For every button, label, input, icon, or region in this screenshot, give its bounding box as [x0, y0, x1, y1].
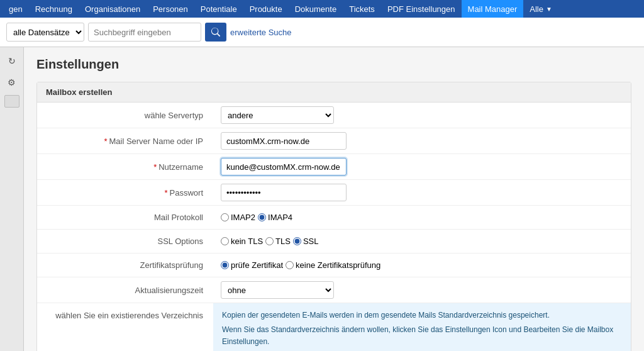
refresh-icon[interactable]: ↻ [3, 52, 21, 70]
form-row-nutzername: *Nutzername [37, 154, 631, 180]
radio-no-check-label[interactable]: keine Zertifikatsprüfung [286, 260, 380, 270]
nav-item-produkte[interactable]: Produkte [243, 0, 289, 18]
radio-imap2-label[interactable]: IMAP2 [221, 213, 255, 222]
nav-item-mail-manager[interactable]: Mail Manager [462, 0, 524, 18]
label-servertyp: wähle Servertyp [37, 106, 213, 125]
radio-no-tls-text: kein TLS [231, 237, 263, 246]
mailserver-input[interactable] [221, 132, 347, 150]
chevron-down-icon: ▼ [546, 6, 552, 13]
settings-icon[interactable]: ⚙ [3, 74, 21, 91]
info-line-1: Kopien der gesendeten E-Mails werden in … [222, 309, 622, 321]
radio-no-check[interactable] [286, 261, 294, 269]
form-row-ssl: SSL Options kein TLS TLS [37, 230, 631, 254]
radio-tls-text: TLS [275, 237, 291, 246]
main-layout: ↻ ⚙ Einstellungen Mailbox erstellen wähl… [0, 47, 644, 351]
info-line-2: Wenn Sie das Standardverzeichnis ändern … [222, 324, 622, 348]
radio-check-cert[interactable] [221, 261, 229, 269]
label-ssl: SSL Options [37, 231, 213, 251]
field-aktualisierung: ohne 5 Minuten 10 Minuten 30 Minuten [213, 277, 631, 303]
label-zertifikat: Zertifikatsprüfung [37, 255, 213, 275]
required-star: * [153, 162, 157, 172]
nav-item-rechnung[interactable]: Rechnung [29, 0, 79, 18]
search-input[interactable] [88, 23, 201, 42]
radio-ssl-label[interactable]: SSL [293, 237, 319, 246]
field-nutzername [213, 154, 631, 179]
radio-tls[interactable] [265, 237, 274, 245]
nav-item-potentiale[interactable]: Potentiale [194, 0, 243, 18]
radio-imap2-text: IMAP2 [231, 213, 255, 222]
field-protokoll: IMAP2 IMAP4 [213, 209, 631, 226]
radio-imap4-text: IMAP4 [268, 213, 292, 222]
field-verzeichnis: Kopien der gesendeten E-Mails werden in … [213, 303, 631, 351]
passwort-input[interactable] [221, 184, 347, 201]
required-star: * [164, 188, 167, 198]
label-nutzername: *Nutzername [37, 157, 213, 177]
form-row-zertifikat: Zertifikatsprüfung prüfe Zertifikat kein… [37, 254, 631, 277]
protokoll-radio-group: IMAP2 IMAP4 [221, 213, 292, 222]
label-verzeichnis: wählen Sie ein existierendes Verzeichnis [37, 303, 213, 325]
aktualisierung-select[interactable]: ohne 5 Minuten 10 Minuten 30 Minuten [221, 281, 334, 299]
nav-item-alle[interactable]: Alle ▼ [523, 0, 558, 18]
ssl-radio-group: kein TLS TLS SSL [221, 237, 319, 246]
search-button[interactable] [205, 23, 226, 42]
page-title: Einstellungen [36, 57, 631, 72]
radio-no-tls[interactable] [221, 237, 229, 245]
field-zertifikat: prüfe Zertifikat keine Zertifikatsprüfun… [213, 257, 631, 274]
nav-item-gen[interactable]: gen [3, 0, 29, 18]
label-protokoll: Mail Protokoll [37, 208, 213, 227]
nav-item-personen[interactable]: Personen [147, 0, 194, 18]
advanced-search-link[interactable]: erweiterte Suche [230, 28, 292, 37]
nav-item-dokumente[interactable]: Dokumente [289, 0, 343, 18]
radio-imap4[interactable] [258, 213, 266, 221]
mailbox-panel: Mailbox erstellen wähle Servertyp andere… [36, 82, 631, 351]
field-mailserver [213, 128, 631, 153]
radio-imap2[interactable] [221, 213, 229, 221]
radio-tls-label[interactable]: TLS [265, 237, 291, 246]
form-row-protokoll: Mail Protokoll IMAP2 IMAP4 [37, 206, 631, 230]
search-icon [211, 28, 220, 36]
radio-imap4-label[interactable]: IMAP4 [258, 213, 292, 222]
radio-check-cert-label[interactable]: prüfe Zertifikat [221, 260, 283, 270]
panel-body: wähle Servertyp andere IMAP POP3 *Mail S… [37, 103, 631, 351]
field-servertyp: andere IMAP POP3 [213, 103, 631, 128]
nav-item-organisationen[interactable]: Organisationen [79, 0, 147, 18]
nav-item-pdf-einstellungen[interactable]: PDF Einstellungen [381, 0, 462, 18]
radio-no-check-text: keine Zertifikatsprüfung [296, 260, 380, 270]
form-row-mailserver: *Mail Server Name oder IP [37, 128, 631, 154]
servertyp-select[interactable]: andere IMAP POP3 [221, 106, 334, 124]
label-aktualisierung: Aktualisierungszeit [37, 281, 213, 300]
zertifikat-radio-group: prüfe Zertifikat keine Zertifikatsprüfun… [221, 260, 380, 270]
sidebar-box [4, 95, 19, 108]
form-row-verzeichnis: wählen Sie ein existierendes Verzeichnis… [37, 303, 631, 351]
nutzername-input[interactable] [221, 158, 347, 176]
top-navigation: gen Rechnung Organisationen Personen Pot… [0, 0, 644, 18]
radio-no-tls-label[interactable]: kein TLS [221, 237, 263, 246]
label-mailserver: *Mail Server Name oder IP [37, 131, 213, 151]
label-passwort: *Passwort [37, 183, 213, 203]
search-bar: alle Datensätze erweiterte Suche [0, 18, 644, 47]
form-row-servertyp: wähle Servertyp andere IMAP POP3 [37, 103, 631, 128]
required-star: * [104, 136, 107, 146]
radio-ssl-text: SSL [303, 237, 319, 246]
dataset-select[interactable]: alle Datensätze [6, 23, 84, 42]
field-passwort [213, 180, 631, 205]
radio-check-cert-text: prüfe Zertifikat [231, 260, 283, 270]
field-ssl: kein TLS TLS SSL [213, 233, 631, 250]
form-row-passwort: *Passwort [37, 180, 631, 206]
info-box: Kopien der gesendeten E-Mails werden in … [213, 303, 631, 351]
sidebar: ↻ ⚙ [0, 47, 24, 351]
radio-ssl[interactable] [293, 237, 301, 245]
panel-header: Mailbox erstellen [37, 82, 631, 103]
nav-item-tickets[interactable]: Tickets [343, 0, 381, 18]
form-row-aktualisierung: Aktualisierungszeit ohne 5 Minuten 10 Mi… [37, 277, 631, 303]
content-area: Einstellungen Mailbox erstellen wähle Se… [24, 47, 644, 351]
